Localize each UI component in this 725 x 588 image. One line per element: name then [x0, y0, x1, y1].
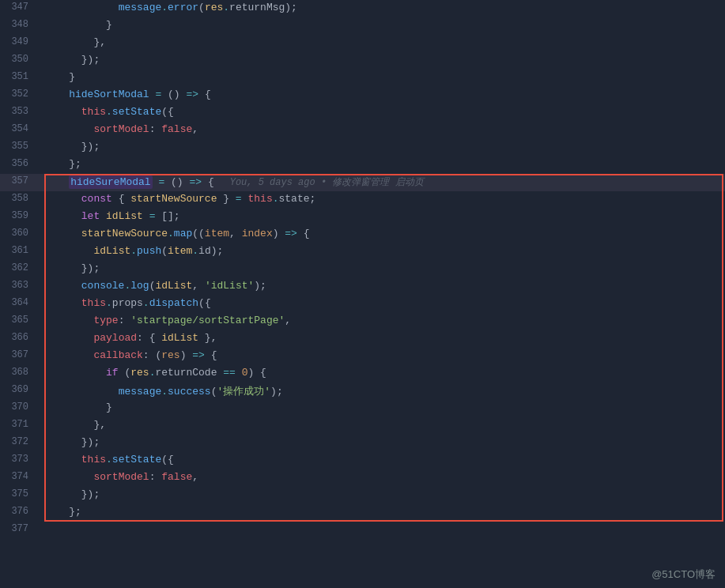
code-line-349: 349 },	[0, 35, 725, 52]
code-line-368: 368 if (res.returnCode == 0) {	[0, 365, 725, 383]
code-line-370: 370 }	[0, 400, 725, 417]
code-line-355: 355 });	[0, 139, 725, 156]
code-line-348: 348 }	[0, 17, 725, 35]
code-line-363: 363 console.log(idList, 'idList');	[0, 278, 725, 296]
code-line-354: 354 sortModel: false,	[0, 122, 725, 139]
code-line-356: 356 };	[0, 156, 725, 174]
code-line-350: 350 });	[0, 52, 725, 70]
code-line-377: 377	[0, 522, 725, 539]
code-line-365: 365 type: 'startpage/sortStartPage',	[0, 313, 725, 330]
code-line-347: 347 message.error(res.returnMsg);	[0, 0, 725, 17]
code-line-362: 362 });	[0, 261, 725, 278]
code-line-376: 376 };	[0, 504, 725, 522]
code-line-357: 357 hideSureModal = () => {You, 5 days a…	[0, 174, 725, 191]
code-line-369: 369 message.success('操作成功');	[0, 383, 725, 400]
code-line-367: 367 callback: (res) => {	[0, 348, 725, 365]
code-line-351: 351 }	[0, 70, 725, 87]
code-line-361: 361 idList.push(item.id);	[0, 243, 725, 261]
code-editor: 347 message.error(res.returnMsg); 348 } …	[0, 0, 725, 588]
code-line-366: 366 payload: { idList },	[0, 330, 725, 348]
code-line-373: 373 this.setState({	[0, 452, 725, 469]
watermark: @51CTO博客	[651, 567, 716, 582]
code-line-358: 358 const { startNewSource } = this.stat…	[0, 191, 725, 209]
code-line-360: 360 startNewSource.map((item, index) => …	[0, 226, 725, 243]
code-line-364: 364 this.props.dispatch({	[0, 296, 725, 313]
code-line-359: 359 let idList = [];	[0, 209, 725, 226]
code-line-353: 353 this.setState({	[0, 104, 725, 122]
code-line-374: 374 sortModel: false,	[0, 469, 725, 487]
code-line-352: 352 hideSortModal = () => {	[0, 87, 725, 104]
code-line-372: 372 });	[0, 435, 725, 452]
code-line-375: 375 });	[0, 487, 725, 504]
code-line-371: 371 },	[0, 417, 725, 435]
